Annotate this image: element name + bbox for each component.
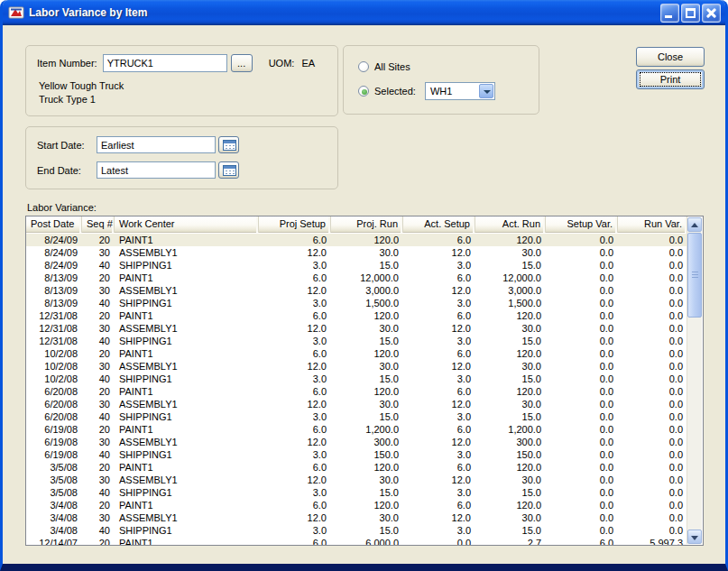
table-cell: 6.0: [403, 385, 475, 398]
start-date-input[interactable]: [97, 136, 216, 153]
table-row[interactable]: 12/31/0820PAINT16.0120.06.0120.00.00.0: [26, 309, 687, 322]
close-button[interactable]: Close: [636, 47, 705, 67]
table-row[interactable]: 8/24/0930ASSEMBLY112.030.012.030.00.00.0: [26, 246, 687, 259]
scrollbar-thumb[interactable]: [687, 233, 702, 318]
table-row[interactable]: 6/20/0820PAINT16.0120.06.0120.00.00.0: [26, 385, 687, 398]
start-date-calendar-button[interactable]: [218, 136, 239, 153]
table-cell: 30.0: [475, 322, 546, 335]
table-cell: PAINT1: [115, 423, 259, 436]
table-cell: 0.0: [618, 284, 687, 297]
selected-site-label: Selected:: [374, 86, 416, 97]
browse-button[interactable]: ...: [231, 54, 253, 72]
table-cell: SHIPPING1: [115, 259, 259, 272]
table-row[interactable]: 12/14/0720PAINT16.06,000.00.02.76.05,997…: [26, 537, 687, 545]
item-number-input[interactable]: [103, 54, 227, 72]
table-cell: 10/2/08: [26, 373, 82, 385]
table-cell: 3.0: [403, 335, 475, 347]
table-row[interactable]: 6/19/0820PAINT16.01,200.06.01,200.00.00.…: [26, 423, 687, 436]
column-header[interactable]: Setup Var.: [546, 216, 618, 233]
table-cell: 6.0: [259, 499, 331, 511]
table-cell: 6.0: [546, 537, 618, 545]
table-cell: 12.0: [259, 284, 331, 297]
table-row[interactable]: 3/4/0840SHIPPING13.015.03.015.00.00.0: [26, 524, 687, 537]
table-cell: 15.0: [475, 410, 546, 423]
column-header[interactable]: Proj. Run: [331, 216, 403, 233]
end-date-input[interactable]: [97, 161, 216, 179]
table-cell: 20: [82, 234, 115, 246]
table-cell: 3,000.0: [475, 284, 546, 297]
table-row[interactable]: 6/19/0830ASSEMBLY112.0300.012.0300.00.00…: [26, 436, 687, 448]
scroll-down-button[interactable]: [687, 530, 702, 544]
table-cell: 3.0: [403, 373, 475, 385]
table-row[interactable]: 3/4/0830ASSEMBLY112.030.012.030.00.00.0: [26, 511, 687, 524]
table-cell: 0.0: [618, 322, 687, 335]
table-cell: 120.0: [475, 461, 546, 474]
labor-variance-table: Post DateSeq #Work CenterProj SetupProj.…: [25, 216, 704, 546]
table-cell: 30.0: [475, 398, 546, 410]
print-button[interactable]: Print: [636, 69, 705, 89]
end-date-calendar-button[interactable]: [218, 161, 239, 179]
table-cell: 15.0: [331, 410, 403, 423]
scroll-up-button[interactable]: [687, 217, 702, 232]
table-cell: 0.0: [546, 373, 618, 385]
column-header[interactable]: Proj Setup: [259, 216, 331, 233]
table-cell: SHIPPING1: [115, 448, 259, 461]
table-cell: PAINT1: [115, 347, 259, 360]
selected-site-radio-row[interactable]: Selected: WH1: [358, 81, 524, 101]
close-window-button-icon[interactable]: [702, 4, 721, 23]
table-cell: 20: [82, 347, 115, 360]
table-row[interactable]: 10/2/0820PAINT16.0120.06.0120.00.00.0: [26, 347, 687, 360]
table-cell: 12.0: [403, 246, 475, 259]
table-row[interactable]: 6/20/0840SHIPPING13.015.03.015.00.00.0: [26, 410, 687, 423]
table-cell: 6.0: [259, 385, 331, 398]
table-cell: SHIPPING1: [115, 297, 259, 309]
table-cell: 120.0: [331, 347, 403, 360]
table-cell: 3.0: [403, 410, 475, 423]
table-cell: 3.0: [403, 297, 475, 309]
table-row[interactable]: 8/24/0920PAINT16.0120.06.0120.00.00.0: [26, 234, 687, 246]
window-title: Labor Variance by Item: [29, 6, 660, 19]
table-cell: 15.0: [331, 524, 403, 537]
table-row[interactable]: 8/24/0940SHIPPING13.015.03.015.00.00.0: [26, 259, 687, 272]
column-header[interactable]: Post Date: [26, 216, 82, 233]
all-sites-label: All Sites: [374, 61, 410, 72]
table-row[interactable]: 10/2/0830ASSEMBLY112.030.012.030.00.00.0: [26, 360, 687, 373]
table-row[interactable]: 3/5/0820PAINT16.0120.06.0120.00.00.0: [26, 461, 687, 474]
table-row[interactable]: 3/5/0830ASSEMBLY112.030.012.030.00.00.0: [26, 474, 687, 486]
table-row[interactable]: 8/13/0940SHIPPING13.01,500.03.01,500.00.…: [26, 297, 687, 309]
column-header[interactable]: Act. Run: [475, 216, 546, 233]
table-cell: 12.0: [403, 511, 475, 524]
table-row[interactable]: 8/13/0930ASSEMBLY112.03,000.012.03,000.0…: [26, 284, 687, 297]
maximize-button-icon[interactable]: [681, 4, 700, 23]
table-row[interactable]: 6/19/0840SHIPPING13.0150.03.0150.00.00.0: [26, 448, 687, 461]
table-cell: 120.0: [331, 385, 403, 398]
table-row[interactable]: 6/20/0830ASSEMBLY112.030.012.030.00.00.0: [26, 398, 687, 410]
table-row[interactable]: 8/13/0920PAINT16.012,000.06.012,000.00.0…: [26, 272, 687, 284]
site-combobox[interactable]: WH1: [425, 82, 495, 100]
all-sites-radio-row[interactable]: All Sites: [358, 57, 524, 77]
table-row[interactable]: 10/2/0840SHIPPING13.015.03.015.00.00.0: [26, 373, 687, 385]
table-cell: 3.0: [403, 486, 475, 499]
minimize-button-icon[interactable]: [660, 4, 679, 23]
table-cell: 3.0: [259, 373, 331, 385]
table-cell: 3/5/08: [26, 461, 82, 474]
combo-dropdown-button[interactable]: [479, 84, 493, 98]
column-header[interactable]: Seq #: [82, 216, 115, 233]
table-row[interactable]: 3/5/0840SHIPPING13.015.03.015.00.00.0: [26, 486, 687, 499]
table-cell: 150.0: [331, 448, 403, 461]
table-row[interactable]: 12/31/0840SHIPPING13.015.03.015.00.00.0: [26, 335, 687, 347]
column-header[interactable]: Act. Setup: [403, 216, 475, 233]
titlebar: Labor Variance by Item: [3, 0, 725, 25]
table-row[interactable]: 12/31/0830ASSEMBLY112.030.012.030.00.00.…: [26, 322, 687, 335]
table-cell: 0.0: [546, 259, 618, 272]
vertical-scrollbar[interactable]: [687, 217, 702, 544]
selected-site-radio-icon[interactable]: [358, 86, 369, 97]
table-cell: 12.0: [259, 246, 331, 259]
column-header[interactable]: Run Var.: [618, 216, 687, 233]
all-sites-radio-icon[interactable]: [358, 61, 369, 72]
column-header[interactable]: Work Center: [115, 216, 259, 233]
table-cell: 3/5/08: [26, 486, 82, 499]
table-cell: 12.0: [403, 474, 475, 486]
chevron-down-icon: [484, 90, 491, 94]
table-row[interactable]: 3/4/0820PAINT16.0120.06.0120.00.00.0: [26, 499, 687, 511]
